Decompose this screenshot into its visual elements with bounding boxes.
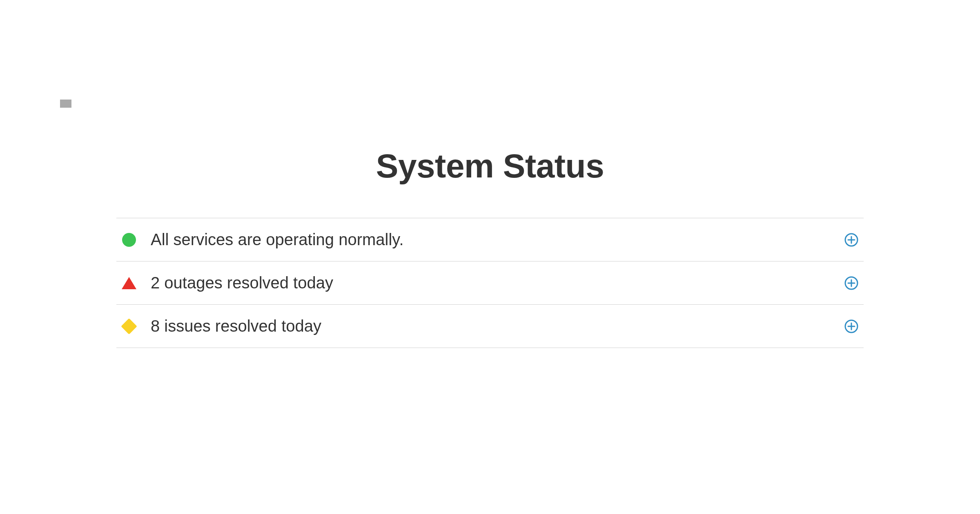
expand-button[interactable] bbox=[843, 318, 860, 335]
status-message: 8 issues resolved today bbox=[151, 317, 843, 335]
plus-circle-icon bbox=[844, 319, 859, 334]
page-title: System Status bbox=[116, 147, 864, 185]
decoration-square bbox=[60, 100, 71, 108]
circle-green-icon bbox=[122, 233, 136, 247]
status-row-issues[interactable]: 8 issues resolved today bbox=[116, 305, 864, 348]
expand-button[interactable] bbox=[843, 275, 860, 291]
expand-button[interactable] bbox=[843, 232, 860, 248]
status-icon-yellow-diamond bbox=[120, 318, 138, 335]
status-row-outages[interactable]: 2 outages resolved today bbox=[116, 261, 864, 305]
triangle-red-icon bbox=[122, 277, 136, 289]
plus-circle-icon bbox=[844, 233, 859, 247]
main-container: System Status All services are operating… bbox=[116, 0, 864, 348]
status-icon-green-circle bbox=[120, 231, 138, 248]
plus-circle-icon bbox=[844, 276, 859, 290]
status-icon-red-triangle bbox=[120, 275, 138, 292]
status-message: 2 outages resolved today bbox=[151, 274, 843, 292]
diamond-yellow-icon bbox=[121, 318, 137, 335]
status-row-normal[interactable]: All services are operating normally. bbox=[116, 218, 864, 261]
status-message: All services are operating normally. bbox=[151, 230, 843, 249]
status-list: All services are operating normally. 2 o… bbox=[116, 218, 864, 348]
